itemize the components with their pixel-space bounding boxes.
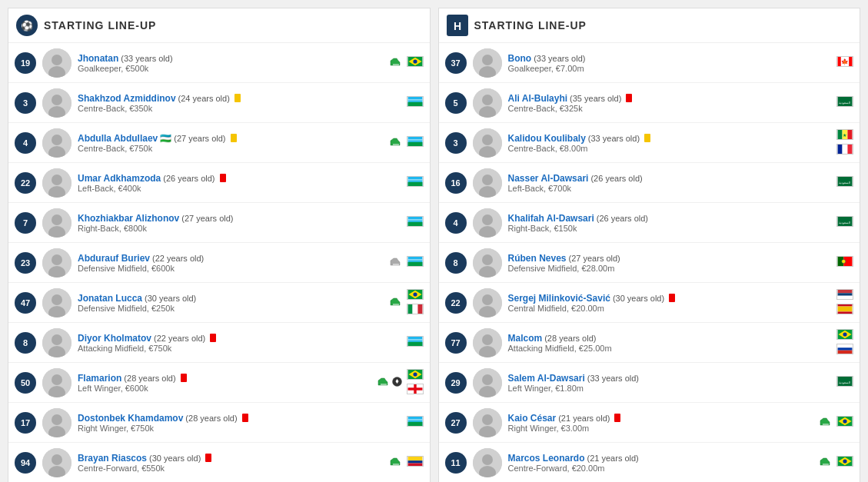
red-card-icon [210,334,216,342]
player-position-value: Defensive Midfield, €28.00m [508,264,833,273]
player-name[interactable]: Kaio César [508,413,557,424]
table-row: 8 Rúben Neves (27 years old)Defensive Mi… [439,243,860,283]
player-age: (22 years old) [152,254,204,263]
avatar [473,408,502,437]
player-flags [407,369,424,397]
player-age: (22 years old) [154,334,205,343]
table-row: 29 Salem Al-Dawsari (33 years old)Left W… [439,363,860,403]
player-info: Nasser Al-Dawsari (26 years old)Left-Bac… [508,173,833,193]
player-name[interactable]: Nasser Al-Dawsari [508,173,589,184]
player-name[interactable]: Abdulla Abdullaev [78,133,158,144]
flag-br [407,56,424,69]
player-name[interactable]: Flamarion [78,373,121,384]
svg-rect-28 [407,182,422,186]
svg-point-50 [413,292,417,296]
svg-point-81 [52,454,62,465]
avatar [42,168,72,198]
player-name[interactable]: Marcos Leonardo [508,453,585,464]
player-flags [836,456,853,469]
player-age: (28 years old) [544,334,596,343]
player-name[interactable]: Khalifah Al-Dawsari [508,213,594,224]
avatar [473,208,502,238]
svg-point-137 [482,334,493,345]
svg-point-62 [52,374,62,385]
player-name[interactable]: Ali Al-Bulayhi [508,93,568,104]
player-name[interactable]: Rúben Neves [508,253,567,264]
player-name[interactable]: Kalidou Koulibaly [508,133,586,144]
player-age: (26 years old) [590,174,642,183]
player-position-value: Right-Back, €150k [508,224,833,233]
avatar [473,128,502,158]
player-flags [407,416,424,429]
jersey-number: 4 [15,132,36,154]
player-position-value: Central Midfield, €20.00m [508,304,833,313]
player-name[interactable]: Brayan Riascos [78,453,147,464]
player-action-icons [388,55,402,71]
player-name[interactable]: Jhonatan [78,53,118,64]
player-name[interactable]: Salem Al-Dawsari [508,373,585,384]
player-action-icons [388,135,402,151]
svg-text:السعودية: السعودية [840,221,851,224]
player-name[interactable]: Shakhzod Azmiddinov [78,93,176,104]
svg-rect-52 [412,304,417,314]
player-name[interactable]: Umar Adkhamzoda [78,173,161,184]
svg-point-128 [482,294,493,305]
player-name[interactable]: Malcom [508,333,543,344]
player-position-value: Goalkeeper, €7.00m [508,64,833,73]
player-info: Shakhzod Azmiddinov (24 years old)Centre… [78,93,402,113]
player-name[interactable]: Diyor Kholmatov [78,333,151,344]
player-name[interactable]: Sergej Milinković-Savić [508,293,610,304]
player-position-value: Centre-Back, €750k [78,144,388,153]
player-name-line: Khozhiakbar Alizhonov (27 years old) [78,213,402,224]
svg-point-102 [482,135,493,145]
table-row: 3 Kalidou Koulibaly (33 years old)Centre… [439,123,860,163]
avatar [42,288,72,317]
red-card-icon [181,374,187,382]
player-age: (26 years old) [597,214,648,223]
player-info: Kaio César (21 years old)Right Winger, €… [508,413,819,433]
svg-point-6 [413,59,417,63]
player-position-value: Left Winger, €600k [78,384,376,393]
jersey-number: 29 [445,372,467,394]
red-card-icon [242,414,248,422]
player-name[interactable]: Dostonbek Khamdamov [78,413,183,424]
player-age: (33 years old) [121,54,172,63]
jersey-number: 3 [445,132,467,154]
player-position-value: Defensive Midfield, €250k [78,304,388,313]
jersey-number: 7 [15,212,36,234]
player-age: (27 years old) [174,134,225,143]
player-age: (33 years old) [588,134,640,143]
boot-icon [376,374,390,391]
player-name[interactable]: Khozhiakbar Alizhonov [78,213,179,224]
player-name-line: Jhonatan (33 years old) [78,53,388,64]
player-flags [836,416,853,429]
main-container: ⚽ STARTING LINE-UP 19 Jhonatan (33 years… [8,8,860,482]
jersey-number: 27 [445,412,467,434]
red-card-icon [205,454,211,462]
player-name[interactable]: Bono [508,53,532,64]
player-name[interactable]: Abdurauf Buriev [78,253,150,264]
flag-pt [836,256,853,269]
svg-rect-86 [407,464,422,466]
avatar [473,288,502,317]
flag-uz [407,216,424,229]
player-position-value: Centre-Back, €8.00m [508,144,833,153]
svg-point-112 [482,175,493,185]
svg-point-1 [52,55,62,65]
avatar [42,328,72,357]
flag-br [836,456,853,469]
table-row: 19 Jhonatan (33 years old)Goalkeeper, €5… [8,43,430,83]
svg-rect-43 [407,262,422,266]
svg-point-156 [843,419,846,423]
player-name-line: Kaio César (21 years old) [508,413,819,424]
yellow-card-icon [234,94,241,102]
player-age: (30 years old) [613,294,664,303]
svg-point-45 [52,294,62,305]
svg-text:السعودية: السعودية [840,181,851,184]
jersey-number: 37 [445,52,467,74]
svg-point-97 [482,95,493,105]
player-name[interactable]: Jonatan Lucca [78,293,142,304]
player-flags [836,289,853,317]
red-card-icon [626,94,632,102]
yellow-card-icon [231,134,237,142]
